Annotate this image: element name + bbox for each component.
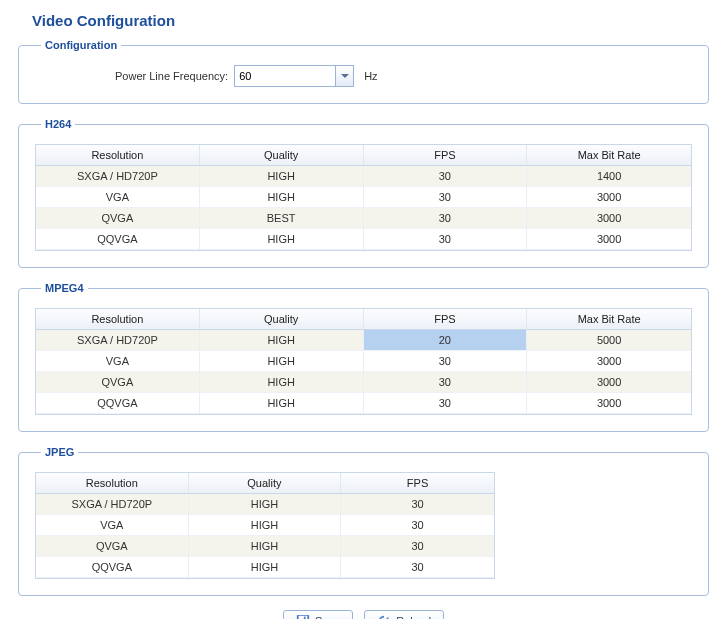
- cell-fps[interactable]: 30: [364, 393, 528, 414]
- cell-quality[interactable]: HIGH: [189, 536, 342, 557]
- mpeg4-col-quality[interactable]: Quality: [200, 309, 364, 330]
- cell-fps[interactable]: 30: [341, 557, 494, 578]
- mpeg4-col-maxbitrate[interactable]: Max Bit Rate: [527, 309, 691, 330]
- jpeg-col-resolution[interactable]: Resolution: [36, 473, 189, 494]
- cell-fps[interactable]: 30: [364, 187, 528, 208]
- cell-resolution[interactable]: QQVGA: [36, 557, 189, 578]
- cell-resolution[interactable]: SXGA / HD720P: [36, 330, 200, 351]
- table-row[interactable]: QQVGAHIGH303000: [36, 229, 691, 250]
- cell-resolution[interactable]: QQVGA: [36, 229, 200, 250]
- cell-quality[interactable]: HIGH: [200, 166, 364, 187]
- cell-maxbitrate[interactable]: 3000: [527, 372, 691, 393]
- table-row[interactable]: VGAHIGH303000: [36, 351, 691, 372]
- cell-quality[interactable]: HIGH: [200, 187, 364, 208]
- cell-fps[interactable]: 30: [364, 351, 528, 372]
- cell-maxbitrate[interactable]: 3000: [527, 187, 691, 208]
- cell-quality[interactable]: HIGH: [200, 229, 364, 250]
- power-line-frequency-input[interactable]: [235, 66, 333, 86]
- save-button-label: Save: [315, 615, 340, 619]
- table-row[interactable]: QVGABEST303000: [36, 208, 691, 229]
- button-bar: Save Reload: [18, 610, 709, 619]
- reload-button-label: Reload: [396, 615, 431, 619]
- h264-col-resolution[interactable]: Resolution: [36, 145, 200, 166]
- cell-resolution[interactable]: SXGA / HD720P: [36, 166, 200, 187]
- page-title: Video Configuration: [32, 12, 709, 29]
- cell-quality[interactable]: HIGH: [189, 515, 342, 536]
- cell-resolution[interactable]: QVGA: [36, 536, 189, 557]
- cell-maxbitrate[interactable]: 3000: [527, 208, 691, 229]
- mpeg4-table: Resolution Quality FPS Max Bit Rate SXGA…: [35, 308, 692, 415]
- cell-quality[interactable]: HIGH: [189, 557, 342, 578]
- table-row[interactable]: VGAHIGH30: [36, 515, 494, 536]
- cell-resolution[interactable]: QQVGA: [36, 393, 200, 414]
- cell-maxbitrate[interactable]: 3000: [527, 351, 691, 372]
- chevron-down-icon: [341, 72, 349, 80]
- jpeg-legend: JPEG: [41, 446, 78, 458]
- cell-resolution[interactable]: VGA: [36, 351, 200, 372]
- cell-maxbitrate[interactable]: 5000: [527, 330, 691, 351]
- cell-fps[interactable]: 30: [364, 229, 528, 250]
- power-line-frequency-unit: Hz: [364, 70, 377, 82]
- table-row[interactable]: SXGA / HD720PHIGH30: [36, 494, 494, 515]
- cell-resolution[interactable]: VGA: [36, 515, 189, 536]
- mpeg4-col-resolution[interactable]: Resolution: [36, 309, 200, 330]
- cell-quality[interactable]: HIGH: [200, 351, 364, 372]
- mpeg4-col-fps[interactable]: FPS: [364, 309, 528, 330]
- h264-legend: H264: [41, 118, 75, 130]
- cell-fps[interactable]: 30: [341, 494, 494, 515]
- cell-resolution[interactable]: QVGA: [36, 372, 200, 393]
- cell-maxbitrate[interactable]: 1400: [527, 166, 691, 187]
- table-row[interactable]: QVGAHIGH30: [36, 536, 494, 557]
- table-row[interactable]: SXGA / HD720PHIGH205000: [36, 330, 691, 351]
- cell-fps[interactable]: 30: [364, 166, 528, 187]
- table-row[interactable]: QVGAHIGH303000: [36, 372, 691, 393]
- cell-fps[interactable]: 30: [364, 208, 528, 229]
- reload-button[interactable]: Reload: [364, 610, 444, 619]
- mpeg4-legend: MPEG4: [41, 282, 88, 294]
- table-row[interactable]: VGAHIGH303000: [36, 187, 691, 208]
- jpeg-panel: JPEG Resolution Quality FPS SXGA / HD720…: [18, 446, 709, 596]
- cell-fps[interactable]: 30: [341, 536, 494, 557]
- cell-quality[interactable]: BEST: [200, 208, 364, 229]
- h264-col-fps[interactable]: FPS: [364, 145, 528, 166]
- jpeg-col-quality[interactable]: Quality: [189, 473, 342, 494]
- table-row[interactable]: SXGA / HD720PHIGH301400: [36, 166, 691, 187]
- power-line-frequency-label: Power Line Frequency:: [115, 70, 228, 82]
- cell-maxbitrate[interactable]: 3000: [527, 393, 691, 414]
- cell-fps[interactable]: 20: [364, 330, 528, 351]
- cell-maxbitrate[interactable]: 3000: [527, 229, 691, 250]
- cell-quality[interactable]: HIGH: [200, 372, 364, 393]
- save-icon: [296, 614, 310, 619]
- dropdown-trigger[interactable]: [335, 66, 353, 86]
- power-line-frequency-select[interactable]: [234, 65, 354, 87]
- h264-panel: H264 Resolution Quality FPS Max Bit Rate…: [18, 118, 709, 268]
- h264-col-maxbitrate[interactable]: Max Bit Rate: [527, 145, 691, 166]
- configuration-legend: Configuration: [41, 39, 121, 51]
- cell-quality[interactable]: HIGH: [189, 494, 342, 515]
- h264-table: Resolution Quality FPS Max Bit Rate SXGA…: [35, 144, 692, 251]
- cell-quality[interactable]: HIGH: [200, 330, 364, 351]
- cell-resolution[interactable]: VGA: [36, 187, 200, 208]
- cell-fps[interactable]: 30: [364, 372, 528, 393]
- jpeg-col-fps[interactable]: FPS: [341, 473, 494, 494]
- jpeg-table: Resolution Quality FPS SXGA / HD720PHIGH…: [35, 472, 495, 579]
- h264-col-quality[interactable]: Quality: [200, 145, 364, 166]
- configuration-panel: Configuration Power Line Frequency: Hz: [18, 39, 709, 104]
- cell-resolution[interactable]: QVGA: [36, 208, 200, 229]
- table-row[interactable]: QQVGAHIGH303000: [36, 393, 691, 414]
- reload-icon: [377, 614, 391, 619]
- save-button[interactable]: Save: [283, 610, 353, 619]
- cell-fps[interactable]: 30: [341, 515, 494, 536]
- mpeg4-panel: MPEG4 Resolution Quality FPS Max Bit Rat…: [18, 282, 709, 432]
- cell-quality[interactable]: HIGH: [200, 393, 364, 414]
- cell-resolution[interactable]: SXGA / HD720P: [36, 494, 189, 515]
- table-row[interactable]: QQVGAHIGH30: [36, 557, 494, 578]
